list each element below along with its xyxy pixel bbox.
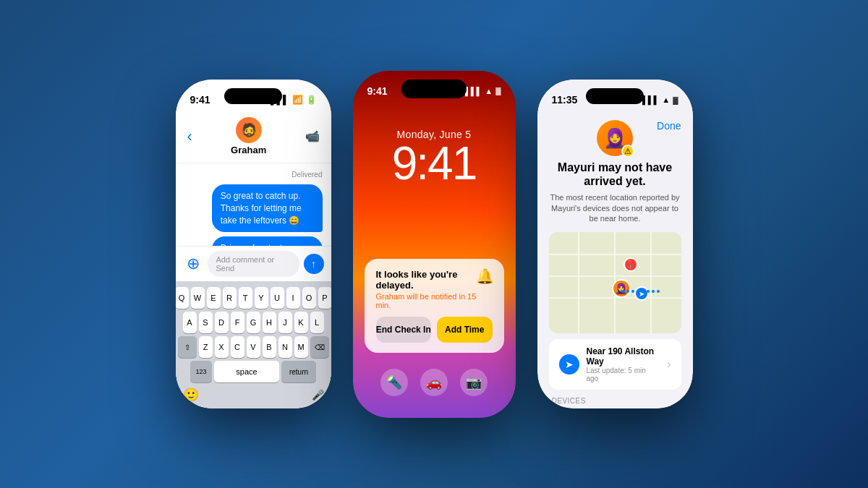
alert-title: Mayuri may not have arrived yet. <box>549 160 681 188</box>
contact-name[interactable]: Graham <box>231 145 266 155</box>
key-space[interactable]: space <box>214 361 279 382</box>
key-m[interactable]: M <box>294 336 308 358</box>
keyboard: Q W E R T Y U I O P A S D F G H J K L <box>176 281 331 408</box>
delivered-label: Delivered <box>184 171 323 179</box>
keyboard-bottom: 🙂 🎤 <box>179 385 328 404</box>
wifi-icon-3: ▲ <box>662 95 670 104</box>
key-p[interactable]: P <box>318 287 331 309</box>
status-time-3: 11:35 <box>552 94 578 106</box>
status-time-2: 9:41 <box>367 85 388 97</box>
location-text: Near 190 Allston Way Last update: 5 min … <box>587 346 660 382</box>
wifi-icon-1: 📶 <box>292 95 303 105</box>
keyboard-row-4: 123 space return <box>179 361 328 382</box>
delay-action-buttons: End Check In Add Time <box>376 317 493 343</box>
status-time-1: 9:41 <box>190 94 210 106</box>
key-b[interactable]: B <box>263 336 276 358</box>
delay-notification-card: 🔔 It looks like you're delayed. Graham w… <box>365 259 504 353</box>
wifi-icon-2: ▲ <box>485 87 493 95</box>
key-o[interactable]: O <box>302 287 316 309</box>
location-icon: ➤ <box>559 354 579 374</box>
key-n[interactable]: N <box>278 336 292 358</box>
battery-icon-1: 🔋 <box>306 95 317 105</box>
key-v[interactable]: V <box>247 336 260 358</box>
key-i[interactable]: I <box>286 287 300 309</box>
location-row[interactable]: ➤ Near 190 Allston Way Last update: 5 mi… <box>549 339 681 390</box>
done-button[interactable]: Done <box>657 120 681 132</box>
lockscreen-time: Monday, June 5 9:41 <box>353 129 516 187</box>
signal-icon-2: ▌▌▌ <box>465 87 482 95</box>
lockscreen-clock: 9:41 <box>353 140 516 187</box>
phone-3-findmy: 11:35 ▌▌▌ ▲ ▓ Done 🧕 ⚠ Mayuri may not ha… <box>537 80 693 408</box>
devices-section: DEVICES 📱 Mayuri's iPhone Last unlock: 5… <box>537 390 693 408</box>
message-input-area: ⊕ Add comment or Send ↑ <box>176 246 331 281</box>
message-bubble-2: Drive safe—text me when you get home! 🏠 <box>212 236 323 246</box>
send-button[interactable]: ↑ <box>304 254 324 274</box>
key-y[interactable]: Y <box>255 287 268 309</box>
flashlight-icon[interactable]: 🔦 <box>380 369 408 396</box>
contact-warning-avatar: 🧕 ⚠ <box>597 120 633 156</box>
key-j[interactable]: J <box>278 312 292 333</box>
back-button[interactable]: ‹ <box>187 127 192 146</box>
status-icons-2: ▌▌▌ ▲ ▓ <box>465 87 501 95</box>
key-l[interactable]: L <box>310 312 324 333</box>
key-g[interactable]: G <box>247 312 260 333</box>
location-address: Near 190 Allston Way <box>587 346 660 367</box>
key-h[interactable]: H <box>263 312 276 333</box>
battery-icon-2: ▓ <box>495 87 501 95</box>
key-t[interactable]: T <box>239 287 252 309</box>
dynamic-island-2 <box>401 80 467 98</box>
phone-1-messages: 9:41 ▌▌▌ 📶 🔋 ‹ 🧔 Graham 📹 Delivered So g… <box>176 80 331 408</box>
location-update-time: Last update: 5 min ago <box>587 367 660 382</box>
message-input[interactable]: Add comment or Send <box>208 251 299 277</box>
chevron-right-icon: › <box>667 358 671 371</box>
key-z[interactable]: Z <box>199 336 213 358</box>
message-bubble-1: So great to catch up. Thanks for letting… <box>212 184 323 232</box>
map-view[interactable]: 📍 🧕 ➤ <box>549 232 681 333</box>
keyboard-row-1: Q W E R T Y U I O P <box>179 287 328 309</box>
key-u[interactable]: U <box>271 287 284 309</box>
driving-icon[interactable]: 🚗 <box>420 369 448 396</box>
map-dotted-path <box>621 290 660 293</box>
key-q[interactable]: Q <box>176 287 189 309</box>
contact-avatar: 🧔 <box>236 117 262 143</box>
alert-subtitle: The most recent location reported by May… <box>549 192 681 223</box>
key-shift[interactable]: ⇧ <box>178 336 197 358</box>
dynamic-island-3 <box>586 88 644 104</box>
add-attachment-button[interactable]: ⊕ <box>183 254 203 274</box>
end-checkin-button[interactable]: End Check In <box>376 317 432 343</box>
key-s[interactable]: S <box>199 312 213 333</box>
signal-icon-3: ▌▌▌ <box>642 95 659 104</box>
emoji-button[interactable]: 🙂 <box>183 387 199 403</box>
key-f[interactable]: F <box>231 312 244 333</box>
delay-title: It looks like you're delayed. <box>376 269 493 291</box>
map-pin-red: 📍 <box>624 257 638 272</box>
key-w[interactable]: W <box>191 287 205 309</box>
phone-2-lockscreen: 9:41 ▌▌▌ ▲ ▓ Monday, June 5 9:41 🔔 It lo… <box>353 71 516 418</box>
status-icons-3: ▌▌▌ ▲ ▓ <box>642 95 678 104</box>
dictation-button[interactable]: 🎤 <box>312 389 324 401</box>
add-time-button[interactable]: Add Time <box>437 317 493 343</box>
battery-icon-3: ▓ <box>673 96 678 104</box>
key-r[interactable]: R <box>223 287 237 309</box>
video-call-button[interactable]: 📹 <box>305 129 320 143</box>
keyboard-row-2: A S D F G H J K L <box>179 312 328 333</box>
key-delete[interactable]: ⌫ <box>310 336 329 358</box>
key-d[interactable]: D <box>215 312 229 333</box>
key-numbers[interactable]: 123 <box>190 361 212 382</box>
key-c[interactable]: C <box>231 336 244 358</box>
delay-subtitle: Graham will be notified in 15 min. <box>376 292 493 309</box>
messages-area: Delivered So great to catch up. Thanks f… <box>176 163 331 246</box>
key-e[interactable]: E <box>207 287 221 309</box>
key-a[interactable]: A <box>183 312 197 333</box>
dynamic-island-1 <box>224 88 282 104</box>
message-text-1: So great to catch up. Thanks for letting… <box>221 191 302 226</box>
delay-icon: 🔔 <box>476 267 494 285</box>
key-k[interactable]: K <box>294 312 308 333</box>
map-pin-blue: ➤ <box>634 286 649 301</box>
key-x[interactable]: X <box>215 336 229 358</box>
devices-section-label: DEVICES <box>549 397 681 405</box>
key-return[interactable]: return <box>281 361 316 382</box>
lockscreen-dock: 🔦 🚗 📷 <box>353 369 516 396</box>
camera-icon[interactable]: 📷 <box>460 369 488 396</box>
warning-badge-icon: ⚠ <box>621 145 634 158</box>
